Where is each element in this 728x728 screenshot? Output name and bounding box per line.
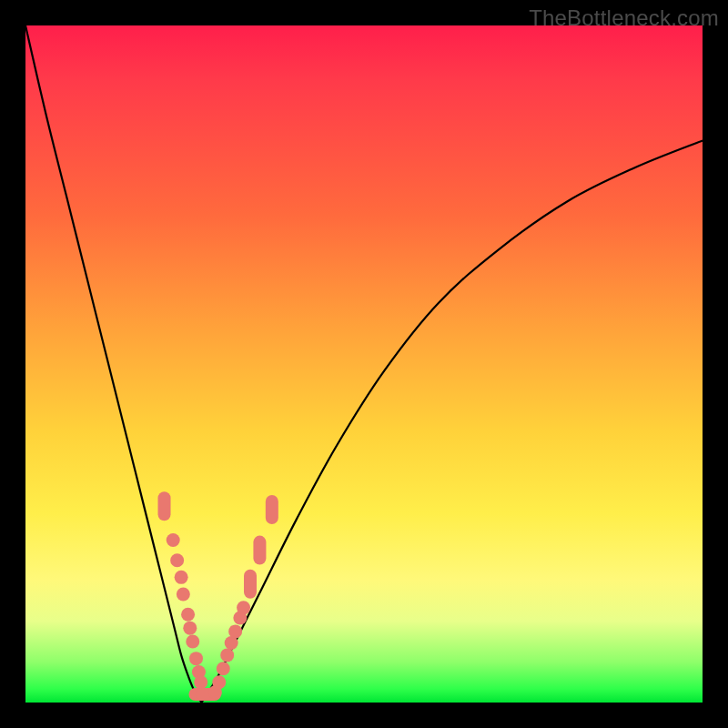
- curve-marker: [228, 624, 242, 638]
- curve-marker: [189, 652, 203, 665]
- curve-marker: [220, 648, 234, 662]
- curve-right-branch: [201, 140, 703, 703]
- chart-svg: [25, 25, 703, 703]
- curve-marker: [167, 533, 180, 547]
- curve-marker: [225, 636, 238, 650]
- curve-marker: [183, 622, 197, 635]
- curve-marker: [217, 662, 230, 675]
- curve-marker: [266, 495, 278, 524]
- curve-marker: [177, 587, 190, 601]
- chart-frame: TheBottleneck.com: [0, 0, 728, 728]
- curve-marker: [196, 688, 221, 701]
- chart-plot-area: [25, 25, 703, 703]
- curve-marker: [244, 570, 257, 599]
- curve-marker: [192, 665, 206, 679]
- curve-marker: [181, 608, 195, 622]
- curve-marker: [237, 601, 250, 614]
- curve-marker: [212, 675, 226, 689]
- curve-left-branch: [25, 25, 201, 703]
- curve-marker: [186, 635, 199, 649]
- curve-markers: [158, 491, 278, 701]
- curve-marker: [170, 553, 184, 567]
- curve-marker: [194, 675, 207, 689]
- curve-marker: [175, 571, 188, 584]
- curve-marker: [188, 688, 214, 701]
- curve-marker: [253, 536, 266, 565]
- curve-marker: [158, 491, 171, 521]
- curve-marker: [233, 612, 247, 625]
- curve-marker: [208, 685, 222, 699]
